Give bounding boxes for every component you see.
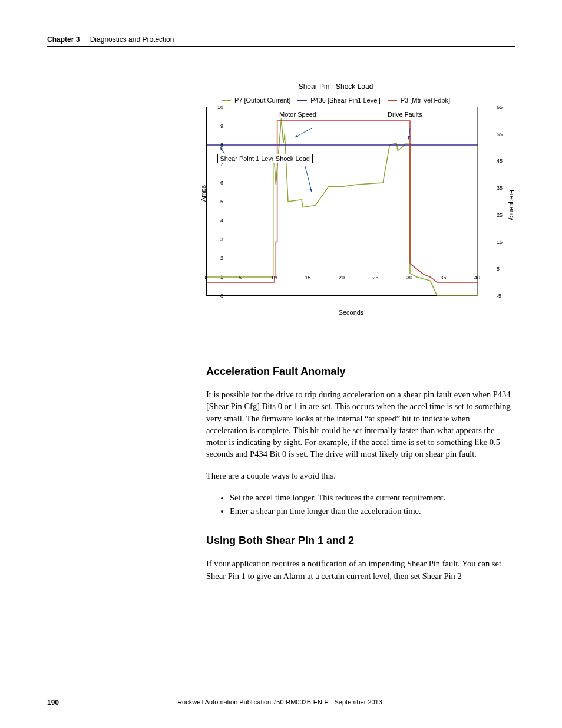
y2-tick: 55 [497, 131, 507, 137]
list-item: Set the accel time longer. This reduces … [230, 491, 513, 505]
legend-swatch [222, 100, 231, 101]
legend-item: P3 [Mtr Vel Fdbk] [388, 97, 450, 104]
x-axis-label: Seconds [207, 309, 495, 316]
y-tick: 1 [217, 274, 223, 280]
chart: Shear Pin - Shock Load P7 [Output Curren… [189, 83, 483, 330]
body-paragraph: If your application requires a notificat… [206, 558, 513, 582]
chapter-label: Chapter 3 [47, 35, 80, 44]
plot-svg [207, 107, 478, 296]
y2-tick: 25 [497, 212, 507, 218]
section-heading: Using Both Shear Pin 1 and 2 [206, 535, 513, 547]
x-tick: 10 [271, 275, 277, 281]
page-number: 190 [47, 699, 59, 707]
y-tick: 2 [217, 255, 223, 261]
legend-swatch [388, 100, 397, 101]
footer-spacer [501, 699, 515, 707]
legend-item: P7 [Output Current] [222, 97, 290, 104]
running-head: Chapter 3 Diagnostics and Protection [47, 35, 515, 44]
page: Chapter 3 Diagnostics and Protection She… [0, 0, 562, 728]
y2-tick: 15 [497, 239, 507, 245]
y-tick: 5 [217, 199, 223, 205]
bullet-list: Set the accel time longer. This reduces … [206, 491, 513, 518]
legend-label: P436 [Shear Pin1 Level] [310, 97, 381, 104]
x-tick: 40 [474, 275, 480, 281]
chart-legend: P7 [Output Current] P436 [Shear Pin1 Lev… [189, 97, 483, 104]
x-tick: 20 [339, 275, 345, 281]
page-footer: 190 Rockwell Automation Publication 750-… [47, 699, 515, 707]
section-heading: Acceleration Fault Anomaly [206, 365, 513, 378]
content-column: Shear Pin - Shock Load P7 [Output Curren… [206, 83, 513, 582]
x-tick: 15 [305, 275, 310, 281]
list-item: Enter a shear pin time longer than the a… [230, 505, 513, 518]
y-axis-label: Amps [200, 185, 207, 202]
y2-tick: 65 [497, 104, 507, 110]
chart-annotation: Motor Speed [278, 111, 318, 118]
chart-annotation: Shear Point 1 Level [217, 154, 280, 163]
legend-item: P436 [Shear Pin1 Level] [297, 97, 381, 104]
y-tick: 8 [217, 142, 223, 148]
y-tick: 6 [217, 180, 223, 186]
chart-annotation: Drive Faults [386, 111, 424, 118]
y2-tick: 45 [497, 158, 507, 164]
x-tick: 25 [372, 275, 378, 281]
x-tick: 5 [239, 275, 242, 281]
y-tick: 9 [217, 123, 223, 129]
plot-area: Amps Frequency Seconds 012345678910-5515… [206, 107, 477, 296]
chart-title: Shear Pin - Shock Load [189, 83, 483, 91]
body-paragraph: It is possible for the drive to trip dur… [206, 388, 513, 460]
publication-info: Rockwell Automation Publication 750-RM00… [59, 699, 501, 707]
legend-label: P3 [Mtr Vel Fdbk] [401, 97, 450, 104]
body-paragraph: There are a couple ways to avoid this. [206, 470, 513, 482]
y2-tick: 5 [497, 266, 507, 272]
y-tick: 4 [217, 218, 223, 223]
header-rule [47, 46, 515, 47]
x-tick: 35 [440, 275, 446, 281]
section-label: Diagnostics and Protection [90, 35, 174, 44]
y-tick: 0 [217, 293, 223, 299]
legend-swatch [297, 100, 307, 101]
y2-tick: 35 [497, 185, 507, 191]
y2-tick: -5 [497, 293, 507, 299]
x-tick: 30 [406, 275, 412, 281]
svg-line-35 [305, 166, 312, 192]
y2-axis-label: Frequency [508, 190, 515, 220]
legend-label: P7 [Output Current] [234, 97, 290, 104]
y-tick: 3 [217, 236, 223, 242]
x-tick: 0 [204, 275, 207, 281]
y-tick: 10 [217, 104, 223, 110]
chart-annotation: Shock Load [273, 154, 313, 163]
